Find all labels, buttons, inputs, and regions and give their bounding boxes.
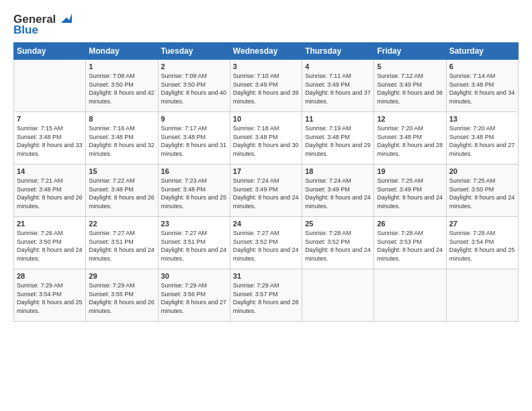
day-cell <box>446 269 518 322</box>
cell-info: Sunrise: 7:10 AMSunset: 3:49 PMDaylight:… <box>233 72 299 105</box>
cell-info: Sunrise: 7:18 AMSunset: 3:48 PMDaylight:… <box>233 124 299 158</box>
cell-info: Sunrise: 7:09 AMSunset: 3:50 PMDaylight:… <box>161 72 227 105</box>
day-cell: 20Sunrise: 7:25 AMSunset: 3:50 PMDayligh… <box>446 165 518 217</box>
day-number: 25 <box>305 220 371 228</box>
day-number: 22 <box>89 220 154 228</box>
day-cell: 16Sunrise: 7:23 AMSunset: 3:48 PMDayligh… <box>158 165 230 217</box>
day-cell: 12Sunrise: 7:20 AMSunset: 3:48 PMDayligh… <box>374 112 446 165</box>
cell-info: Sunrise: 7:22 AMSunset: 3:48 PMDaylight:… <box>89 177 154 210</box>
cell-info: Sunrise: 7:27 AMSunset: 3:52 PMDaylight:… <box>233 229 299 263</box>
day-number: 28 <box>17 272 83 280</box>
cell-info: Sunrise: 7:24 AMSunset: 3:49 PMDaylight:… <box>233 177 299 210</box>
day-cell: 31Sunrise: 7:29 AMSunset: 3:57 PMDayligh… <box>230 269 302 322</box>
day-number: 15 <box>89 167 154 175</box>
day-number: 18 <box>305 167 371 175</box>
day-cell: 30Sunrise: 7:29 AMSunset: 3:56 PMDayligh… <box>158 269 230 322</box>
cell-info: Sunrise: 7:25 AMSunset: 3:50 PMDaylight:… <box>449 177 515 210</box>
day-number: 4 <box>305 62 371 71</box>
page: General Blue SundayMondayTuesdayWednesda… <box>0 0 532 411</box>
week-row-5: 28Sunrise: 7:29 AMSunset: 3:54 PMDayligh… <box>14 269 519 322</box>
day-cell: 17Sunrise: 7:24 AMSunset: 3:49 PMDayligh… <box>230 165 302 217</box>
day-cell: 4Sunrise: 7:11 AMSunset: 3:49 PMDaylight… <box>302 60 374 112</box>
header-tuesday: Tuesday <box>158 43 230 60</box>
day-cell: 22Sunrise: 7:27 AMSunset: 3:51 PMDayligh… <box>86 217 158 269</box>
calendar-table: SundayMondayTuesdayWednesdayThursdayFrid… <box>13 42 519 322</box>
day-number: 14 <box>17 167 83 175</box>
day-cell: 11Sunrise: 7:19 AMSunset: 3:48 PMDayligh… <box>302 112 374 165</box>
day-cell <box>374 269 446 322</box>
cell-info: Sunrise: 7:27 AMSunset: 3:51 PMDaylight:… <box>161 229 227 263</box>
header-thursday: Thursday <box>302 43 374 60</box>
day-cell: 15Sunrise: 7:22 AMSunset: 3:48 PMDayligh… <box>86 165 158 217</box>
day-cell: 3Sunrise: 7:10 AMSunset: 3:49 PMDaylight… <box>230 60 302 112</box>
day-cell: 21Sunrise: 7:26 AMSunset: 3:50 PMDayligh… <box>14 217 86 269</box>
day-cell: 10Sunrise: 7:18 AMSunset: 3:48 PMDayligh… <box>230 112 302 165</box>
day-number: 30 <box>161 272 227 280</box>
logo-icon <box>57 11 72 26</box>
cell-info: Sunrise: 7:27 AMSunset: 3:51 PMDaylight:… <box>89 229 154 263</box>
header: General Blue <box>13 12 519 36</box>
day-cell: 19Sunrise: 7:25 AMSunset: 3:49 PMDayligh… <box>374 165 446 217</box>
day-number: 29 <box>89 272 154 280</box>
day-number: 11 <box>305 115 371 123</box>
logo-subtext: Blue <box>13 24 72 36</box>
cell-info: Sunrise: 7:16 AMSunset: 3:48 PMDaylight:… <box>89 124 154 158</box>
day-number: 1 <box>89 62 154 71</box>
logo: General Blue <box>13 12 72 36</box>
header-sunday: Sunday <box>14 43 86 60</box>
day-cell: 25Sunrise: 7:28 AMSunset: 3:52 PMDayligh… <box>302 217 374 269</box>
day-number: 3 <box>233 62 299 71</box>
day-number: 2 <box>161 62 227 71</box>
cell-info: Sunrise: 7:28 AMSunset: 3:53 PMDaylight:… <box>377 229 443 263</box>
day-number: 12 <box>377 115 443 123</box>
cell-info: Sunrise: 7:24 AMSunset: 3:49 PMDaylight:… <box>305 177 371 210</box>
cell-info: Sunrise: 7:23 AMSunset: 3:48 PMDaylight:… <box>161 177 227 210</box>
day-cell: 14Sunrise: 7:21 AMSunset: 3:48 PMDayligh… <box>14 165 86 217</box>
cell-info: Sunrise: 7:29 AMSunset: 3:55 PMDaylight:… <box>89 281 154 315</box>
day-cell: 29Sunrise: 7:29 AMSunset: 3:55 PMDayligh… <box>86 269 158 322</box>
week-row-4: 21Sunrise: 7:26 AMSunset: 3:50 PMDayligh… <box>14 217 519 269</box>
day-number: 9 <box>161 115 227 123</box>
day-number: 21 <box>17 220 83 228</box>
day-number: 16 <box>161 167 227 175</box>
cell-info: Sunrise: 7:20 AMSunset: 3:48 PMDaylight:… <box>377 124 443 158</box>
day-cell: 13Sunrise: 7:20 AMSunset: 3:48 PMDayligh… <box>446 112 518 165</box>
day-cell: 6Sunrise: 7:14 AMSunset: 3:48 PMDaylight… <box>446 60 518 112</box>
logo-text: General <box>13 13 56 25</box>
header-wednesday: Wednesday <box>230 43 302 60</box>
day-cell: 2Sunrise: 7:09 AMSunset: 3:50 PMDaylight… <box>158 60 230 112</box>
day-cell: 27Sunrise: 7:28 AMSunset: 3:54 PMDayligh… <box>446 217 518 269</box>
day-number: 27 <box>449 220 515 228</box>
day-cell: 18Sunrise: 7:24 AMSunset: 3:49 PMDayligh… <box>302 165 374 217</box>
cell-info: Sunrise: 7:28 AMSunset: 3:52 PMDaylight:… <box>305 229 371 263</box>
day-number: 8 <box>89 115 154 123</box>
cell-info: Sunrise: 7:19 AMSunset: 3:48 PMDaylight:… <box>305 124 371 158</box>
day-cell: 7Sunrise: 7:15 AMSunset: 3:48 PMDaylight… <box>14 112 86 165</box>
day-number: 31 <box>233 272 299 280</box>
cell-info: Sunrise: 7:15 AMSunset: 3:48 PMDaylight:… <box>17 124 83 158</box>
cell-info: Sunrise: 7:29 AMSunset: 3:56 PMDaylight:… <box>161 281 227 315</box>
day-cell <box>302 269 374 322</box>
week-row-1: 1Sunrise: 7:08 AMSunset: 3:50 PMDaylight… <box>14 60 519 112</box>
day-number: 5 <box>377 62 443 71</box>
day-number: 17 <box>233 167 299 175</box>
day-cell: 26Sunrise: 7:28 AMSunset: 3:53 PMDayligh… <box>374 217 446 269</box>
header-monday: Monday <box>86 43 158 60</box>
cell-info: Sunrise: 7:29 AMSunset: 3:57 PMDaylight:… <box>233 281 299 315</box>
day-cell: 5Sunrise: 7:12 AMSunset: 3:49 PMDaylight… <box>374 60 446 112</box>
day-number: 6 <box>449 62 515 71</box>
day-cell: 9Sunrise: 7:17 AMSunset: 3:48 PMDaylight… <box>158 112 230 165</box>
day-number: 26 <box>377 220 443 228</box>
week-row-3: 14Sunrise: 7:21 AMSunset: 3:48 PMDayligh… <box>14 165 519 217</box>
cell-info: Sunrise: 7:14 AMSunset: 3:48 PMDaylight:… <box>449 72 515 105</box>
cell-info: Sunrise: 7:26 AMSunset: 3:50 PMDaylight:… <box>17 229 83 263</box>
day-cell: 23Sunrise: 7:27 AMSunset: 3:51 PMDayligh… <box>158 217 230 269</box>
day-cell: 1Sunrise: 7:08 AMSunset: 3:50 PMDaylight… <box>86 60 158 112</box>
cell-info: Sunrise: 7:25 AMSunset: 3:49 PMDaylight:… <box>377 177 443 210</box>
cell-info: Sunrise: 7:20 AMSunset: 3:48 PMDaylight:… <box>449 124 515 158</box>
cell-info: Sunrise: 7:17 AMSunset: 3:48 PMDaylight:… <box>161 124 227 158</box>
cell-info: Sunrise: 7:28 AMSunset: 3:54 PMDaylight:… <box>449 229 515 263</box>
day-number: 24 <box>233 220 299 228</box>
day-cell: 24Sunrise: 7:27 AMSunset: 3:52 PMDayligh… <box>230 217 302 269</box>
svg-marker-0 <box>61 13 72 23</box>
